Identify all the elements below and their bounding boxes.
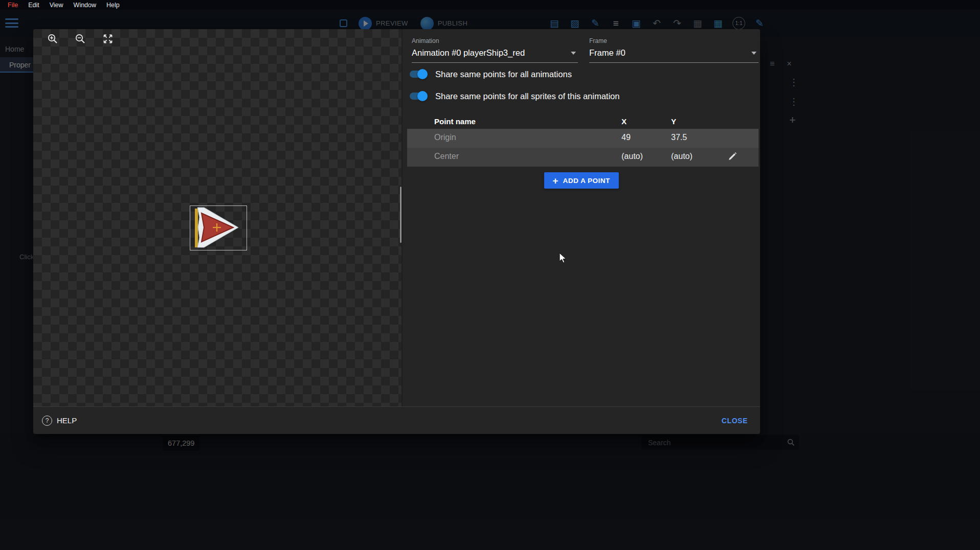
player-ship-sprite — [190, 206, 247, 250]
help-button[interactable]: ? HELP — [42, 416, 77, 426]
mouse-cursor — [559, 253, 567, 264]
toggle-label: Share same points for all sprites of thi… — [435, 91, 619, 101]
dialog-footer: ? HELP CLOSE — [33, 406, 760, 434]
chevron-down-icon — [751, 52, 756, 55]
menu-view[interactable]: View — [44, 2, 69, 9]
sprite-frame[interactable] — [190, 205, 247, 250]
toggle-share-points-all-sprites[interactable] — [409, 91, 428, 101]
app-window: File Edit View Window Help PREVIEW PUBLI… — [0, 0, 980, 550]
point-x-value[interactable]: 49 — [621, 133, 631, 142]
pencil-icon — [727, 151, 738, 162]
header-y: Y — [671, 117, 676, 126]
table-row-origin[interactable]: Origin 49 37.5 — [407, 129, 759, 148]
edit-point-button[interactable] — [726, 151, 739, 163]
plus-icon: + — [552, 176, 558, 186]
animation-select-value: Animation #0 playerShip3_red — [412, 48, 578, 58]
fit-to-view-icon[interactable] — [102, 33, 114, 44]
frame-select-label: Frame — [589, 37, 759, 44]
header-x: X — [621, 117, 627, 126]
menu-edit[interactable]: Edit — [23, 2, 44, 9]
animation-select[interactable]: Animation Animation #0 playerShip3_red — [412, 37, 578, 63]
point-name: Origin — [434, 133, 456, 142]
animation-select-label: Animation — [412, 37, 578, 44]
point-y-value[interactable]: (auto) — [671, 152, 693, 161]
point-x-value[interactable]: (auto) — [621, 152, 643, 161]
canvas-scrollbar[interactable] — [400, 187, 402, 243]
menu-file[interactable]: File — [3, 2, 23, 9]
close-button[interactable]: CLOSE — [715, 413, 755, 429]
toggle-label: Share same points for all animations — [435, 70, 572, 79]
frame-select-value: Frame #0 — [589, 48, 759, 58]
menu-window[interactable]: Window — [69, 2, 101, 9]
menu-bar: File Edit View Window Help — [0, 0, 980, 10]
point-y-value[interactable]: 37.5 — [671, 133, 687, 142]
help-label: HELP — [57, 416, 77, 425]
points-editor-dialog: Animation Animation #0 playerShip3_red F… — [33, 29, 760, 434]
chevron-down-icon — [571, 52, 576, 55]
toggle-share-points-all-animations[interactable] — [409, 69, 428, 79]
sprite-preview-canvas[interactable] — [33, 29, 403, 406]
zoom-out-icon[interactable] — [75, 33, 86, 44]
header-point-name: Point name — [434, 117, 476, 126]
points-table-header: Point name X Y — [407, 115, 759, 129]
points-panel: Animation Animation #0 playerShip3_red F… — [403, 29, 760, 406]
zoom-in-icon[interactable] — [47, 33, 58, 44]
frame-select[interactable]: Frame Frame #0 — [589, 37, 759, 63]
add-point-button[interactable]: + ADD A POINT — [544, 172, 618, 189]
point-name: Center — [434, 152, 459, 161]
help-icon: ? — [42, 416, 52, 426]
table-row-center[interactable]: Center (auto) (auto) — [407, 148, 759, 167]
menu-help[interactable]: Help — [101, 2, 125, 9]
